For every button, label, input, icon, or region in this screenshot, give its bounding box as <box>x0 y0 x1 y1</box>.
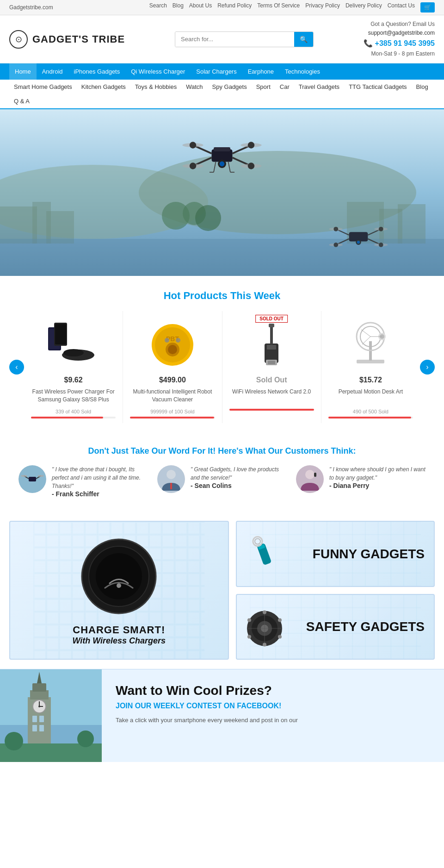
svg-point-42 <box>333 227 338 231</box>
topbar-search[interactable]: Search <box>149 2 167 12</box>
nav-blog[interactable]: Blog <box>412 80 433 94</box>
svg-point-44 <box>333 243 338 247</box>
nav-home[interactable]: Home <box>9 63 37 80</box>
testimonial-item: " I love the drone that i bought, Its pe… <box>18 465 148 498</box>
nav-android[interactable]: Android <box>37 63 68 80</box>
contact-phone: 📞 +385 91 945 3995 <box>364 37 435 50</box>
search-area: 🔍 <box>175 31 314 47</box>
svg-rect-8 <box>398 204 426 244</box>
search-wrap: 🔍 <box>175 31 314 47</box>
svg-point-93 <box>96 553 142 599</box>
contact-hours: Mon-Sat 9 - 8 pm Eastern <box>364 50 435 58</box>
svg-rect-66 <box>269 324 274 327</box>
nav-solar[interactable]: Solar Chargers <box>191 63 242 80</box>
topbar-contact[interactable]: Contact Us <box>388 2 415 12</box>
promo-safety-gadgets[interactable]: SAFETY GADGETS <box>236 594 435 660</box>
nav-sport[interactable]: Sport <box>252 80 275 94</box>
product-image <box>343 316 398 371</box>
nav-iphones[interactable]: iPhones Gadgets <box>68 63 126 80</box>
nav-spy[interactable]: Spy Gadgets <box>208 80 252 94</box>
nav-technologies[interactable]: Technologies <box>279 63 326 80</box>
logo[interactable]: ⊙ GADGET'S TRIBE <box>9 30 125 49</box>
testimonial-text-2: " Great Gadgets, I love the products and… <box>191 465 287 482</box>
header: ⊙ GADGET'S TRIBE 🔍 Got a Question? Email… <box>0 15 444 63</box>
nav-earphone[interactable]: Earphone <box>242 63 279 80</box>
svg-rect-124 <box>32 716 37 722</box>
topbar-delivery[interactable]: Delivery Policy <box>345 2 382 12</box>
svg-point-129 <box>5 732 23 750</box>
charger-image <box>77 535 160 618</box>
nav-secondary: Smart Home Gadgets Kitchen Gadgets Toys … <box>0 80 444 109</box>
svg-rect-87 <box>314 473 316 477</box>
svg-point-101 <box>255 539 260 544</box>
svg-rect-52 <box>55 324 66 344</box>
testimonial-author-3: - Diana Perry <box>329 482 426 489</box>
topbar-refund[interactable]: Refund Policy <box>217 2 252 12</box>
topbar-about[interactable]: About Us <box>189 2 212 12</box>
testimonials-section: Don't Just Take Our Word For It! Here's … <box>0 437 444 512</box>
promo-right: FUNNY GADGETS <box>236 521 435 660</box>
nav-travel[interactable]: Travel Gadgets <box>294 80 344 94</box>
svg-point-113 <box>247 618 251 622</box>
svg-point-59 <box>165 338 169 343</box>
product-price: $15.72 <box>328 376 413 384</box>
product-image <box>46 316 101 371</box>
svg-point-28 <box>220 162 225 167</box>
nav-ttg[interactable]: TTG Tactical Gadgets <box>344 80 411 94</box>
svg-rect-14 <box>214 147 230 151</box>
svg-point-12 <box>195 205 221 231</box>
product-item[interactable]: $15.72 Perpetual Motion Desk Art 490 of … <box>321 311 420 423</box>
nav-smarthome[interactable]: Smart Home Gadgets <box>9 80 77 94</box>
progress-bar-wrap <box>328 417 413 418</box>
sold-count: 490 of 500 Sold <box>328 409 413 414</box>
promo-charge-smart[interactable]: CHARGE SMART! With Wireless Chargers <box>9 521 229 660</box>
carousel-prev-button[interactable]: ‹ <box>9 360 24 375</box>
nav-kitchen[interactable]: Kitchen Gadgets <box>77 80 130 94</box>
nav-qi[interactable]: Qi Wireless Charger <box>125 63 191 80</box>
topbar-terms[interactable]: Terms Of Service <box>257 2 300 12</box>
svg-point-80 <box>21 475 27 477</box>
testimonials-grid: " I love the drone that i bought, Its pe… <box>9 465 435 498</box>
svg-point-45 <box>379 243 383 247</box>
logo-text: GADGET'S TRIBE <box>32 33 125 45</box>
product-item[interactable]: SOLD OUT Sold Out <box>222 311 321 423</box>
svg-point-110 <box>278 635 282 638</box>
product-item[interactable]: PBT $499.00 Multi-functional Intelligent… <box>123 311 222 423</box>
search-button[interactable]: 🔍 <box>294 32 313 47</box>
with-wireless-label: With Wireless Chargers <box>72 636 166 646</box>
nav-car[interactable]: Car <box>275 80 294 94</box>
drone-1 <box>180 128 264 183</box>
nav-watch[interactable]: Watch <box>181 80 207 94</box>
contact-label: Got a Question? Email Us <box>364 20 435 29</box>
funny-gadgets-label: FUNNY GADGETS <box>313 546 425 562</box>
product-item[interactable]: $9.62 Fast Wireless Power Charger For Sa… <box>24 311 123 423</box>
site-name: Gadgetstribe.com <box>9 4 53 11</box>
svg-rect-3 <box>0 206 37 244</box>
svg-point-25 <box>190 162 196 169</box>
carousel-next-button[interactable]: › <box>420 360 435 375</box>
cart-icon[interactable]: 🛒 <box>420 2 435 12</box>
contact-email: support@gadgetstribe.com <box>364 29 435 37</box>
product-name: Multi-functional Intelligent Robot Vacuu… <box>130 388 215 406</box>
product-name: Perpetual Motion Desk Art <box>328 388 413 406</box>
sold-count: 999999 of 100 Sold <box>130 409 215 414</box>
promo-section: CHARGE SMART! With Wireless Chargers <box>0 512 444 669</box>
product-name: WiFi Wireless Network Card 2.0 <box>229 388 314 406</box>
progress-bar <box>130 417 214 418</box>
promo-funny-gadgets[interactable]: FUNNY GADGETS <box>236 521 435 587</box>
topbar-blog[interactable]: Blog <box>173 2 184 12</box>
charger-image-container <box>77 535 160 619</box>
search-input[interactable] <box>175 32 294 47</box>
svg-rect-125 <box>39 716 44 722</box>
svg-point-109 <box>278 618 282 622</box>
topbar-privacy[interactable]: Privacy Policy <box>305 2 340 12</box>
hot-products-section: Hot Products This Week ‹ <box>0 276 444 437</box>
safety-gadgets-label: SAFETY GADGETS <box>306 619 425 635</box>
product-price: Sold Out <box>229 376 314 384</box>
svg-rect-77 <box>29 477 36 481</box>
nav-qa[interactable]: Q & A <box>9 94 34 108</box>
contest-subtitle: JOIN OUR WEEKLY CONTEST ON FACEBOOK! <box>116 702 430 710</box>
svg-point-53 <box>63 349 84 356</box>
svg-rect-127 <box>39 725 44 731</box>
nav-toys[interactable]: Toys & Hobbies <box>130 80 181 94</box>
